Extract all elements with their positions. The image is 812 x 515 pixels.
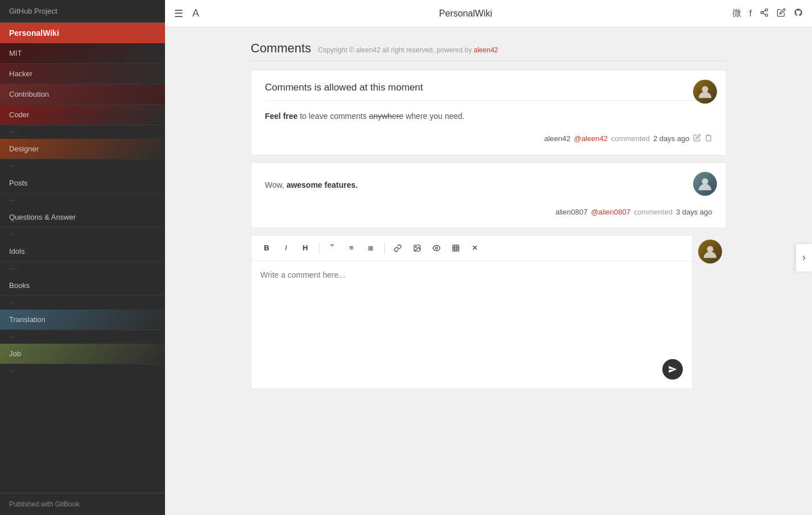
comment-card-1: Comments is allowed at this moment Feel …	[251, 70, 727, 155]
svg-point-15	[707, 246, 713, 252]
comment-2-time: 3 days ago	[676, 208, 712, 216]
editor-wrapper: B I H " ≡ ≣	[251, 235, 693, 389]
sidebar-coder-dots: ...	[0, 125, 165, 139]
sidebar-posts-dots: ...	[0, 193, 165, 207]
edit-comment-1-icon[interactable]	[693, 134, 701, 143]
sidebar-questions-dots: ...	[0, 228, 165, 241]
weibo-icon[interactable]: 微	[732, 7, 741, 19]
sidebar: GitHub Project PersonalWiki MIT Hacker C…	[0, 0, 165, 515]
page-title: PersonalWiki	[199, 9, 732, 19]
edit-icon[interactable]	[777, 8, 786, 19]
svg-line-4	[763, 10, 766, 12]
comment-2-action: commented	[634, 208, 673, 216]
comment-2-username: alien0807	[555, 208, 587, 216]
svg-point-6	[702, 179, 708, 185]
ordered-list-button[interactable]: ≣	[362, 240, 380, 256]
toolbar-separator-2	[384, 242, 385, 254]
sidebar-item-contribution[interactable]: Contribution	[0, 84, 165, 105]
close-editor-button[interactable]: ✕	[467, 240, 484, 256]
comment-1-title: Comments is allowed at this moment	[265, 82, 712, 101]
comment-2-meta: alien0807 @alien0807 commented 3 days ag…	[265, 208, 712, 216]
comments-header: Comments Copyright © aleen42 all right r…	[251, 41, 727, 61]
avatar-aleen42	[693, 80, 717, 104]
sidebar-item-books[interactable]: Books	[0, 275, 165, 296]
svg-rect-10	[452, 245, 459, 252]
italic-button[interactable]: I	[278, 240, 295, 256]
comments-copyright: Copyright © aleen42 all right reserved, …	[318, 46, 498, 54]
sidebar-item-idols[interactable]: Idols	[0, 241, 165, 262]
svg-point-2	[765, 14, 768, 16]
svg-point-9	[435, 247, 438, 249]
sidebar-item-questions[interactable]: Questions & Answer	[0, 207, 165, 228]
sidebar-github-link[interactable]: GitHub Project	[0, 0, 165, 23]
sidebar-job-dots: ...	[0, 364, 165, 378]
sidebar-item-hacker[interactable]: Hacker	[0, 64, 165, 84]
topbar: ☰ A PersonalWiki 微 f	[165, 0, 812, 27]
sidebar-translation-dots: ...	[0, 330, 165, 344]
comment-1-time: 2 days ago	[653, 134, 690, 143]
avatar-alien0807	[693, 172, 717, 196]
sidebar-item-mit[interactable]: MIT	[0, 43, 165, 64]
comment-2-body: Wow, awesome features.	[265, 179, 712, 191]
image-button[interactable]	[409, 240, 426, 256]
comment-textarea[interactable]	[252, 261, 692, 386]
sidebar-item-translation[interactable]: Translation	[0, 310, 165, 330]
svg-point-8	[415, 246, 417, 248]
right-arrow-button[interactable]: ›	[796, 244, 812, 271]
share-icon[interactable]	[760, 8, 769, 19]
comment-1-meta: aleen42 @aleen42 commented 2 days ago	[265, 134, 712, 143]
delete-comment-1-icon[interactable]	[704, 134, 712, 143]
link-button[interactable]	[389, 240, 406, 256]
facebook-icon[interactable]: f	[749, 9, 752, 19]
comment-1-action: commented	[611, 134, 650, 143]
blockquote-button[interactable]: "	[324, 240, 341, 256]
preview-button[interactable]	[428, 240, 445, 256]
comment-editor: B I H " ≡ ≣	[251, 235, 693, 389]
table-button[interactable]	[447, 240, 464, 256]
comment-1-username: aleen42	[544, 134, 570, 143]
sidebar-item-personal-wiki[interactable]: PersonalWiki	[0, 23, 165, 43]
menu-icon[interactable]: ☰	[174, 7, 183, 20]
sidebar-books-dots: ...	[0, 296, 165, 310]
editor-toolbar: B I H " ≡ ≣	[252, 236, 692, 261]
submit-comment-button[interactable]	[662, 359, 683, 380]
editor-user-avatar	[698, 240, 722, 263]
sidebar-designer-dots: ...	[0, 159, 165, 173]
comment-1-body: Feel free to leave comments anywhere whe…	[265, 110, 712, 122]
sidebar-published: Published with GitBook	[0, 493, 165, 515]
svg-point-5	[702, 86, 708, 92]
bold-button[interactable]: B	[258, 240, 275, 256]
sidebar-item-coder[interactable]: Coder	[0, 105, 165, 125]
font-size-icon[interactable]: A	[192, 7, 199, 19]
svg-point-1	[761, 11, 763, 14]
content-area: Comments Copyright © aleen42 all right r…	[233, 27, 745, 515]
heading-button[interactable]: H	[297, 240, 314, 256]
sidebar-idols-dots: ...	[0, 262, 165, 275]
comments-title: Comments	[251, 41, 311, 56]
svg-point-0	[765, 9, 768, 11]
copyright-link[interactable]: aleen42	[474, 46, 498, 54]
svg-line-3	[763, 13, 766, 15]
sidebar-item-job[interactable]: Job	[0, 344, 165, 364]
topbar-icons: 微 f	[732, 7, 803, 19]
sidebar-item-posts[interactable]: Posts	[0, 173, 165, 193]
toolbar-separator-1	[319, 242, 319, 254]
unordered-list-button[interactable]: ≡	[343, 240, 360, 256]
sidebar-item-designer[interactable]: Designer	[0, 139, 165, 159]
comment-2-at[interactable]: @alien0807	[591, 208, 630, 216]
comment-1-at[interactable]: @aleen42	[574, 134, 608, 143]
github-icon[interactable]	[794, 8, 803, 19]
comment-card-2: Wow, awesome features. alien0807 @alien0…	[251, 162, 727, 228]
main-content: ☰ A PersonalWiki 微 f	[165, 0, 812, 515]
